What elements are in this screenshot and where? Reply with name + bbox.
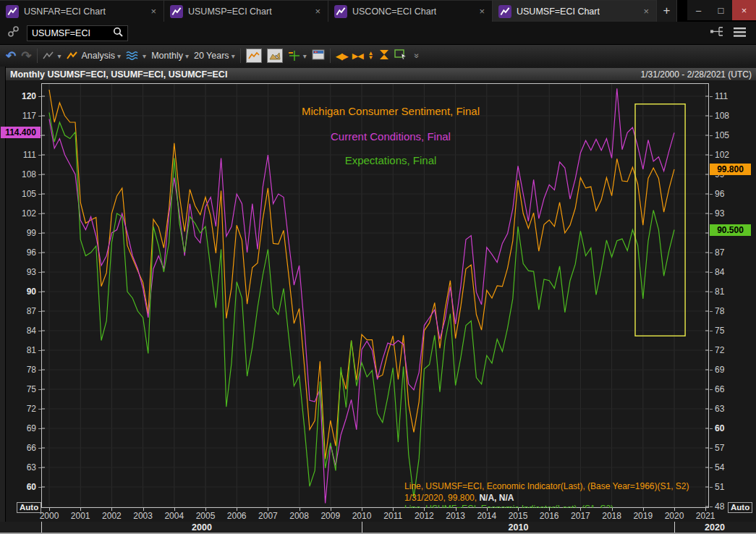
x-axis-year-label: 2020 <box>660 511 689 521</box>
chart-title: Monthly USUMSF=ECI, USUMF=ECI, USUMCF=EC… <box>10 69 227 80</box>
right-axis-tick-label: 93 <box>710 208 756 219</box>
close-tab-icon[interactable]: × <box>477 6 486 17</box>
expand-horizontal-icon[interactable]: ◀▶ <box>336 51 347 62</box>
compress-horizontal-icon[interactable]: ▶◀ <box>352 51 363 61</box>
tab-usnfar-chart[interactable]: USNFAR=ECI Chart × <box>0 0 164 22</box>
tab-label: USUMSP=ECI Chart <box>188 7 272 17</box>
right-axis-tick-label: 54 <box>710 462 756 473</box>
x-axis-year-label: 2016 <box>535 511 564 521</box>
x-axis-year-label: 2014 <box>472 511 501 521</box>
toolbar-separator <box>330 48 331 63</box>
left-axis-tick-label: 81 <box>6 344 41 356</box>
expand-vertical-icon[interactable]: ▲▼ <box>368 51 374 60</box>
right-axis-auto-button[interactable]: Auto <box>728 502 752 513</box>
new-tab-button[interactable]: + <box>657 0 677 22</box>
zoom-select-icon[interactable] <box>394 49 407 62</box>
left-axis-tick-label: 72 <box>6 403 41 415</box>
search-icon[interactable] <box>113 27 123 40</box>
x-axis-year-label: 2008 <box>285 511 314 521</box>
left-axis-tick-label: 69 <box>6 423 41 434</box>
legend-sentiment: Michigan Consumer Sentiment, Final <box>302 105 480 117</box>
analysis-dropdown[interactable]: Analysis ▾ <box>67 51 122 61</box>
x-axis-year-label: 2003 <box>129 511 158 521</box>
decade-label: 2020 <box>674 522 755 533</box>
flow-layout-icon[interactable] <box>710 26 723 40</box>
x-axis-year-label: 2018 <box>598 511 627 521</box>
right-axis-tick-label: 81 <box>710 286 756 297</box>
left-axis-tick-label: 117 <box>6 110 41 122</box>
tab-bar: USNFAR=ECI Chart × USUMSP=ECI Chart × US… <box>0 0 756 22</box>
x-axis-year-label: 2013 <box>441 511 470 521</box>
x-axis-year-label: 2021 <box>691 511 720 521</box>
tab-usconc-chart[interactable]: USCONC=ECI Chart × <box>328 0 493 22</box>
chart-header: Monthly USUMSF=ECI, USUMF=ECI, USUMCF=EC… <box>6 68 756 80</box>
left-axis-auto-button[interactable]: Auto <box>17 502 41 513</box>
left-axis-tick-label: 96 <box>6 247 41 258</box>
chart-line-icon <box>498 5 511 18</box>
right-axis-tick-label: 87 <box>710 247 756 258</box>
series-annotation-block: Line, USUMSF=ECI, Economic Indicator(Las… <box>404 481 709 508</box>
tab-usumsp-chart[interactable]: USUMSP=ECI Chart × <box>164 0 328 22</box>
hamburger-menu-icon[interactable] <box>734 27 746 40</box>
add-pane-button[interactable] <box>312 49 325 63</box>
tab-label: USUMSF=ECI Chart <box>517 7 600 17</box>
link-channel-icon[interactable] <box>7 25 20 41</box>
right-axis-tick-label: 69 <box>710 364 756 376</box>
left-axis-tick-label: 108 <box>6 169 41 180</box>
redo-button[interactable]: ↷ <box>21 48 31 64</box>
x-axis-year-label: 2004 <box>160 511 189 521</box>
close-tab-icon[interactable]: × <box>149 6 158 17</box>
x-axis-year-label: 2002 <box>97 511 126 521</box>
x-axis-year-label: 2009 <box>316 511 345 521</box>
right-axis-tick-label: 75 <box>710 325 756 336</box>
right-axis[interactable]: 1111081051029996939087848178757269666360… <box>710 83 756 508</box>
x-axis-year-label: 2017 <box>566 511 595 521</box>
right-axis-tick-label: 84 <box>710 266 756 278</box>
chart-type-button[interactable] <box>246 48 262 63</box>
right-axis-tick-label: 105 <box>710 130 756 141</box>
symbol-search-input[interactable] <box>32 28 113 38</box>
left-axis-tick-label: 120 <box>6 90 41 102</box>
more-tools-chevron-icon[interactable]: » <box>412 54 422 59</box>
x-axis[interactable]: 2000200120022003200420052006200720082009… <box>0 508 756 522</box>
close-tab-icon[interactable]: × <box>313 6 322 17</box>
line-style-dropdown[interactable]: ▾ <box>43 51 61 60</box>
left-axis-tick-label: 84 <box>6 325 41 336</box>
right-axis-tick-label: 96 <box>710 188 756 200</box>
maximize-button[interactable]: □ <box>710 0 732 20</box>
interval-dropdown[interactable]: Monthly▾ <box>151 51 189 61</box>
close-window-button[interactable]: × <box>732 0 756 20</box>
close-tab-icon[interactable]: × <box>642 6 650 17</box>
symbol-search-box[interactable] <box>27 25 128 41</box>
app-window: USNFAR=ECI Chart × USUMSP=ECI Chart × US… <box>0 0 756 534</box>
plot-area[interactable]: Michigan Consumer Sentiment, Final Curre… <box>41 83 709 508</box>
x-axis-year-label: 2015 <box>504 511 532 521</box>
left-axis-tick-label: 60 <box>6 481 41 493</box>
chart-line-icon <box>170 5 183 18</box>
range-dropdown[interactable]: 20 Years▾ <box>194 51 235 61</box>
minimize-button[interactable]: – <box>687 0 710 20</box>
right-axis-tick-label: 102 <box>710 149 756 161</box>
right-axis-tick-label: 63 <box>710 403 756 415</box>
chart-insert-button[interactable] <box>267 48 283 63</box>
legend-current-conditions: Current Conditions, Final <box>331 130 451 143</box>
chart-canvas[interactable] <box>41 83 709 508</box>
nav-right-icons <box>710 26 756 40</box>
toolbar-separator <box>240 48 241 63</box>
tab-usumsf-chart-active[interactable]: USUMSF=ECI Chart × <box>493 0 657 22</box>
undo-button[interactable]: ↶ <box>6 48 16 64</box>
wave-overlay-dropdown[interactable]: ▾ <box>126 51 146 61</box>
left-axis-tick-label: 63 <box>6 462 41 473</box>
left-axis[interactable]: 1201171141111081051029996939087848178757… <box>6 83 41 508</box>
right-axis-tick-label: 72 <box>710 344 756 356</box>
chart-line-icon <box>6 5 19 18</box>
chart-toolbar: ↶ ↷ ▾ Analysis ▾ ▾ Monthly▾ 20 Years▾ <box>0 45 756 67</box>
tab-label: USNFAR=ECI Chart <box>24 7 106 17</box>
legend-expectations: Expectations, Final <box>345 154 437 166</box>
x-axis-year-label: 2005 <box>191 511 220 521</box>
compress-vertical-icon[interactable] <box>379 49 389 63</box>
tab-label: USCONC=ECI Chart <box>352 7 436 17</box>
left-axis-tick-label: 99 <box>6 227 41 239</box>
left-axis-tick-label: 111 <box>6 149 41 161</box>
cursor-tracker-dropdown[interactable]: ▾ <box>288 50 307 62</box>
